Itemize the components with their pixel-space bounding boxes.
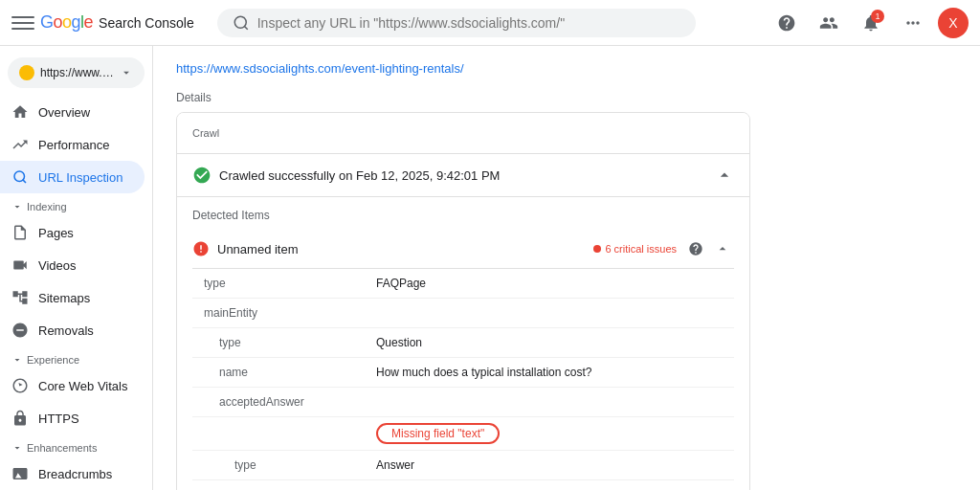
apps-button[interactable] bbox=[896, 6, 930, 40]
missing-field-label: Missing field "text" bbox=[376, 423, 500, 444]
crawl-status-text: Crawled successfully on Feb 12, 2025, 9:… bbox=[219, 168, 707, 183]
file-icon bbox=[11, 224, 29, 241]
crawl-section-label: Crawl bbox=[192, 124, 219, 142]
detected-section: Detected Items Unnamed item 6 critical i… bbox=[177, 197, 749, 490]
sidebar-item-breadcrumbs[interactable]: Breadcrumbs bbox=[0, 457, 145, 490]
home-icon bbox=[11, 103, 29, 121]
sidebar-item-performance-label: Performance bbox=[38, 138, 109, 152]
sidebar-item-url-inspection[interactable]: URL Inspection bbox=[0, 161, 145, 193]
details-card: Crawl Crawled successfully on Feb 12, 20… bbox=[176, 112, 750, 490]
main-content: https://www.sdsocialights.com/event-ligh… bbox=[153, 46, 980, 490]
sidebar-item-sitemaps[interactable]: Sitemaps bbox=[0, 281, 145, 314]
crawl-row: Crawl bbox=[177, 113, 749, 154]
main-nav: Overview Performance URL Inspection bbox=[0, 96, 152, 193]
detected-items-label: Detected Items bbox=[192, 209, 734, 222]
remove-circle-icon bbox=[11, 322, 29, 339]
help-item-button[interactable] bbox=[684, 237, 707, 260]
topbar-actions: 1 X bbox=[769, 6, 969, 40]
hamburger-menu[interactable] bbox=[11, 11, 34, 34]
data-table: type FAQPage mainEntity type Question bbox=[192, 269, 734, 490]
table-row: type FAQPage bbox=[192, 269, 734, 299]
experience-section-label[interactable]: Experience bbox=[0, 346, 152, 369]
collapse-item-button[interactable] bbox=[711, 237, 734, 260]
sidebar-item-core-web-vitals[interactable]: Core Web Vitals bbox=[0, 369, 145, 402]
sidebar-item-https[interactable]: HTTPS bbox=[0, 402, 145, 434]
chevron-down-icon bbox=[11, 442, 23, 454]
table-row: type Answer bbox=[192, 451, 734, 480]
table-row: name How much does a typical installatio… bbox=[192, 358, 734, 388]
app-logo: Google Search Console bbox=[11, 11, 194, 34]
trending-up-icon bbox=[11, 136, 29, 153]
item-actions bbox=[684, 237, 734, 260]
svg-point-0 bbox=[234, 16, 246, 28]
sidebar-item-performance[interactable]: Performance bbox=[0, 128, 145, 161]
svg-line-1 bbox=[244, 26, 247, 29]
expand-icon[interactable] bbox=[715, 166, 734, 185]
sidebar-item-removals[interactable]: Removals bbox=[0, 314, 145, 346]
table-row: mainEntity bbox=[192, 299, 734, 328]
table-row: mainEntity bbox=[192, 480, 734, 490]
sidebar-item-videos[interactable]: Videos bbox=[0, 249, 145, 281]
item-name: Unnamed item bbox=[217, 242, 586, 256]
help-button[interactable] bbox=[769, 6, 804, 40]
sidebar: https://www.sdsocialig... Overview Perfo… bbox=[0, 46, 153, 490]
video-icon bbox=[11, 256, 29, 274]
topbar: Google Search Console 1 X bbox=[0, 0, 980, 46]
sitemap-icon bbox=[11, 289, 29, 306]
search-nav-icon bbox=[11, 168, 29, 186]
sidebar-item-url-inspection-label: URL Inspection bbox=[38, 170, 122, 185]
app-title: Search Console bbox=[99, 15, 194, 31]
search-icon bbox=[233, 14, 250, 32]
lock-icon bbox=[11, 410, 29, 427]
error-icon bbox=[192, 240, 210, 257]
sidebar-item-overview-label: Overview bbox=[38, 105, 90, 120]
crawl-status-row[interactable]: Crawled successfully on Feb 12, 2025, 9:… bbox=[177, 154, 749, 197]
sidebar-item-pages[interactable]: Pages bbox=[0, 216, 145, 249]
user-avatar[interactable]: X bbox=[938, 8, 969, 38]
current-url[interactable]: https://www.sdsocialights.com/event-ligh… bbox=[176, 61, 957, 76]
check-circle-icon bbox=[192, 166, 212, 185]
main-layout: https://www.sdsocialig... Overview Perfo… bbox=[0, 46, 980, 490]
breadcrumb-icon bbox=[11, 465, 29, 482]
chevron-down-icon bbox=[11, 201, 23, 212]
gauge-icon bbox=[11, 377, 29, 394]
site-name: https://www.sdsocialig... bbox=[40, 66, 114, 79]
table-row-error: Missing field "text" bbox=[192, 417, 734, 451]
chevron-down-icon bbox=[120, 66, 133, 79]
table-row: type Question bbox=[192, 328, 734, 358]
table-row: acceptedAnswer bbox=[192, 388, 734, 417]
search-bar[interactable] bbox=[217, 9, 696, 37]
notifications-button[interactable]: 1 bbox=[854, 6, 888, 40]
svg-line-3 bbox=[23, 180, 26, 183]
item-header: Unnamed item 6 critical issues bbox=[192, 230, 734, 269]
search-input[interactable] bbox=[257, 15, 680, 31]
site-selector[interactable]: https://www.sdsocialig... bbox=[8, 57, 145, 88]
site-favicon bbox=[19, 65, 34, 80]
chevron-down-icon bbox=[11, 354, 23, 366]
critical-issues-badge: 6 critical issues bbox=[593, 243, 677, 255]
details-title: Details bbox=[176, 91, 957, 104]
indexing-section-label[interactable]: Indexing bbox=[0, 193, 152, 216]
accounts-button[interactable] bbox=[812, 6, 846, 40]
enhancements-section-label[interactable]: Enhancements bbox=[0, 434, 152, 457]
google-wordmark: Google bbox=[40, 12, 93, 33]
notification-badge: 1 bbox=[871, 10, 884, 23]
sidebar-item-overview[interactable]: Overview bbox=[0, 96, 145, 128]
